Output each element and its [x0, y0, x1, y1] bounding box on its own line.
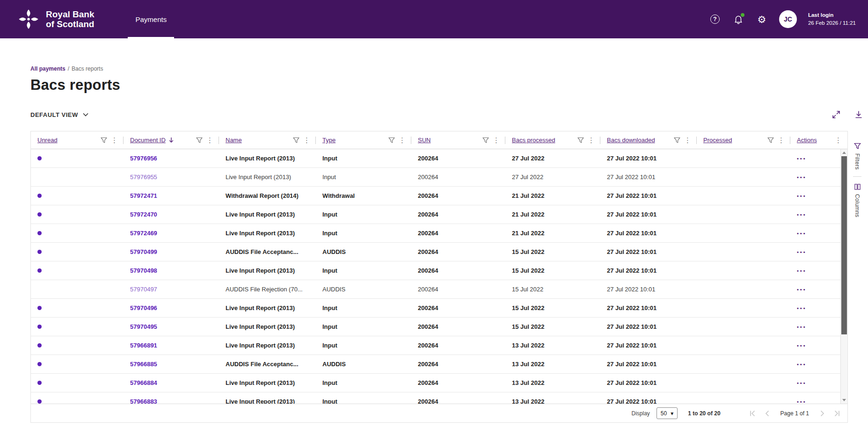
- row-actions-button[interactable]: •••: [797, 212, 807, 217]
- column-header[interactable]: Unread ⋮: [31, 131, 124, 149]
- cell-document-id[interactable]: 57966891: [130, 342, 157, 349]
- expand-button[interactable]: [832, 110, 841, 119]
- column-label[interactable]: Bacs processed: [512, 137, 555, 144]
- row-actions-button[interactable]: •••: [797, 287, 807, 292]
- column-header[interactable]: Bacs downloaded ⋮: [600, 131, 697, 149]
- filter-icon[interactable]: [388, 137, 395, 144]
- page-size-select[interactable]: 50 ▾: [656, 407, 678, 419]
- cell-document-id[interactable]: 57970496: [130, 304, 157, 311]
- row-actions-button[interactable]: •••: [797, 174, 807, 180]
- table-row[interactable]: 57976956 Live Input Report (2013) Input …: [31, 149, 840, 168]
- column-menu-icon[interactable]: ⋮: [302, 137, 311, 144]
- rail-tab-filters[interactable]: Filters: [854, 138, 861, 174]
- column-menu-icon[interactable]: ⋮: [110, 137, 119, 144]
- rail-tab-columns[interactable]: Columns: [854, 179, 861, 222]
- filter-icon[interactable]: [577, 137, 584, 144]
- row-actions-button[interactable]: •••: [797, 193, 807, 199]
- column-header[interactable]: Bacs processed ⋮: [505, 131, 600, 149]
- column-label[interactable]: Type: [322, 137, 336, 144]
- table-row[interactable]: 57976955 Live Input Report (2013) Input …: [31, 168, 840, 187]
- scroll-thumb[interactable]: [841, 156, 847, 334]
- column-label[interactable]: Document ID: [130, 137, 166, 144]
- column-header[interactable]: Processed ⋮: [697, 131, 790, 149]
- next-page-button[interactable]: [818, 410, 826, 417]
- table-row[interactable]: 57970496 Live Input Report (2013) Input …: [31, 299, 840, 318]
- column-menu-icon[interactable]: ⋮: [398, 137, 407, 144]
- cell-document-id[interactable]: 57966883: [130, 398, 157, 404]
- nav-tab-payments-label: Payments: [135, 15, 167, 23]
- table-row[interactable]: 57970495 Live Input Report (2013) Input …: [31, 318, 840, 336]
- first-page-button[interactable]: [749, 410, 756, 417]
- column-header[interactable]: Document ID ⋮: [124, 131, 219, 149]
- column-header[interactable]: Name ⋮: [219, 131, 316, 149]
- column-menu-icon[interactable]: ⋮: [205, 137, 214, 144]
- row-actions-button[interactable]: •••: [797, 324, 807, 330]
- column-label[interactable]: Name: [226, 137, 242, 144]
- table-row[interactable]: 57970499 AUDDIS File Acceptanc... AUDDIS…: [31, 243, 840, 261]
- download-button[interactable]: [854, 110, 863, 119]
- column-header[interactable]: Actions ⋮: [790, 131, 847, 149]
- column-menu-icon[interactable]: ⋮: [683, 137, 692, 144]
- cell-document-id[interactable]: 57972470: [130, 211, 157, 218]
- row-actions-button[interactable]: •••: [797, 343, 807, 348]
- filter-icon[interactable]: [767, 137, 774, 144]
- user-avatar[interactable]: JC: [779, 10, 797, 28]
- column-label[interactable]: SUN: [418, 137, 430, 144]
- row-actions-button[interactable]: •••: [797, 305, 807, 311]
- column-menu-icon[interactable]: ⋮: [777, 137, 786, 144]
- cell-document-id[interactable]: 57972471: [130, 192, 157, 199]
- last-page-button[interactable]: [833, 410, 841, 417]
- table-row[interactable]: 57972471 Withdrawal Report (2014) Withdr…: [31, 187, 840, 205]
- filter-icon[interactable]: [196, 137, 203, 144]
- scroll-down-arrow[interactable]: [841, 397, 847, 403]
- view-selector[interactable]: DEFAULT VIEW: [30, 111, 89, 118]
- cell-document-id[interactable]: 57970497: [130, 286, 157, 293]
- column-label[interactable]: Actions: [797, 137, 817, 144]
- table-row[interactable]: 57966891 Live Input Report (2013) Input …: [31, 336, 840, 355]
- column-label[interactable]: Bacs downloaded: [607, 137, 655, 144]
- filter-icon[interactable]: [674, 137, 680, 144]
- cell-document-id[interactable]: 57970495: [130, 323, 157, 330]
- nav-tab-payments[interactable]: Payments: [128, 0, 174, 38]
- sort-desc-icon[interactable]: [168, 137, 174, 143]
- row-actions-button[interactable]: •••: [797, 362, 807, 367]
- table-row[interactable]: 57966885 AUDDIS File Acceptanc... AUDDIS…: [31, 355, 840, 374]
- notifications-button[interactable]: [732, 13, 744, 25]
- breadcrumb-all-payments[interactable]: All payments: [30, 65, 66, 72]
- settings-button[interactable]: ⚙: [756, 13, 768, 25]
- cell-document-id[interactable]: 57970499: [130, 248, 157, 255]
- row-actions-button[interactable]: •••: [797, 380, 807, 386]
- column-menu-icon[interactable]: ⋮: [492, 137, 501, 144]
- column-header[interactable]: SUN ⋮: [411, 131, 505, 149]
- column-label[interactable]: Unread: [37, 137, 58, 144]
- cell-document-id[interactable]: 57970498: [130, 267, 157, 274]
- cell-document-id[interactable]: 57972469: [130, 230, 157, 237]
- help-button[interactable]: ?: [709, 13, 721, 25]
- row-actions-button[interactable]: •••: [797, 156, 807, 161]
- row-actions-button[interactable]: •••: [797, 231, 807, 236]
- cell-document-id[interactable]: 57966885: [130, 361, 157, 368]
- column-menu-icon[interactable]: ⋮: [834, 137, 843, 144]
- cell-document-id[interactable]: 57966884: [130, 379, 157, 386]
- cell-document-id[interactable]: 57976956: [130, 155, 157, 162]
- table-row[interactable]: 57970497 AUDDIS File Rejection (70... AU…: [31, 280, 840, 299]
- topbar: Royal Bank of Scotland Payments ? ⚙ JC L…: [0, 0, 868, 38]
- table-row[interactable]: 57966883 Live Input Report (2013) Input …: [31, 392, 840, 404]
- scroll-up-arrow[interactable]: [841, 149, 847, 156]
- table-row[interactable]: 57970498 Live Input Report (2013) Input …: [31, 261, 840, 280]
- column-header[interactable]: Type ⋮: [316, 131, 411, 149]
- table-row[interactable]: 57972469 Live Input Report (2013) Input …: [31, 224, 840, 243]
- filter-icon[interactable]: [293, 137, 299, 144]
- column-menu-icon[interactable]: ⋮: [587, 137, 596, 144]
- table-row[interactable]: 57966884 Live Input Report (2013) Input …: [31, 374, 840, 392]
- table-row[interactable]: 57972470 Live Input Report (2013) Input …: [31, 205, 840, 224]
- filter-icon[interactable]: [482, 137, 489, 144]
- vertical-scrollbar[interactable]: [840, 149, 847, 404]
- prev-page-button[interactable]: [764, 410, 771, 417]
- cell-document-id[interactable]: 57976955: [130, 174, 157, 181]
- row-actions-button[interactable]: •••: [797, 268, 807, 274]
- filter-icon[interactable]: [101, 137, 107, 144]
- row-actions-button[interactable]: •••: [797, 249, 807, 255]
- column-label[interactable]: Processed: [703, 137, 732, 144]
- row-actions-button[interactable]: •••: [797, 399, 807, 404]
